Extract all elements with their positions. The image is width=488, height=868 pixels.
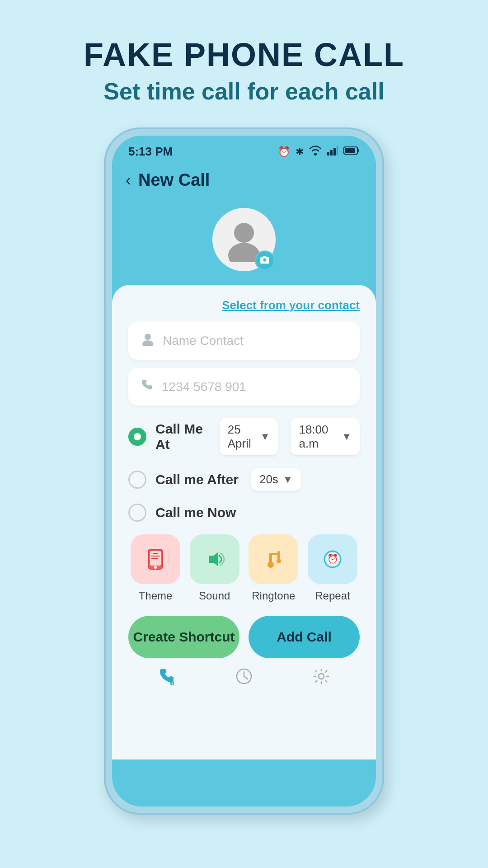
back-button[interactable]: ‹ xyxy=(126,171,131,190)
repeat-icon-box: ⏰ xyxy=(308,534,357,584)
call-me-now-radio[interactable] xyxy=(128,504,146,522)
svg-point-8 xyxy=(263,259,267,262)
svg-rect-5 xyxy=(345,148,355,153)
svg-rect-1 xyxy=(330,150,333,156)
nav-phone-icon[interactable]: + xyxy=(158,667,176,689)
svg-rect-15 xyxy=(151,556,160,557)
top-nav: ‹ New Call xyxy=(112,163,376,199)
date-value: 25 April xyxy=(228,423,256,451)
call-me-at-label: Call Me At xyxy=(155,421,207,452)
svg-marker-17 xyxy=(209,552,218,566)
status-bar: 5:13 PM ⏰ ✱ xyxy=(112,136,376,163)
svg-point-6 xyxy=(234,223,254,243)
svg-point-10 xyxy=(142,340,153,346)
name-placeholder: Name Contact xyxy=(163,334,244,348)
svg-point-31 xyxy=(319,674,324,679)
app-title: FAKE PHONE CALL xyxy=(84,36,404,73)
status-icons: ⏰ ✱ xyxy=(278,146,360,158)
svg-point-9 xyxy=(145,334,151,340)
nav-settings-icon[interactable] xyxy=(312,667,330,689)
theme-icon-box xyxy=(131,534,180,584)
call-me-at-row[interactable]: Call Me At 25 April ▼ 18:00 a.m ▼ xyxy=(128,418,360,455)
bottom-nav: + xyxy=(128,658,360,694)
call-me-now-label: Call me Now xyxy=(155,505,236,520)
date-arrow-icon: ▼ xyxy=(260,431,270,443)
name-input-field[interactable]: Name Contact xyxy=(128,321,360,360)
radio-section: Call Me At 25 April ▼ 18:00 a.m ▼ xyxy=(128,418,360,522)
svg-rect-3 xyxy=(337,146,338,156)
feature-sound[interactable]: Sound xyxy=(188,534,242,602)
add-call-button[interactable]: Add Call xyxy=(249,616,360,658)
repeat-label: Repeat xyxy=(315,590,350,602)
svg-text:+: + xyxy=(171,681,174,685)
call-me-at-radio[interactable] xyxy=(128,428,146,446)
phone-input-icon xyxy=(141,379,154,395)
status-time: 5:13 PM xyxy=(128,145,173,159)
phone-placeholder: 1234 5678 901 xyxy=(162,380,246,394)
svg-line-30 xyxy=(244,676,248,679)
camera-icon xyxy=(260,255,270,266)
svg-rect-16 xyxy=(151,558,158,559)
svg-rect-22 xyxy=(270,553,279,555)
alarm-icon: ⏰ xyxy=(278,146,290,158)
duration-value: 20s xyxy=(259,472,278,486)
svg-rect-2 xyxy=(333,148,336,156)
bluetooth-icon: ✱ xyxy=(296,146,304,158)
header-section: FAKE PHONE CALL Set time call for each c… xyxy=(84,36,404,105)
time-value: 18:00 a.m xyxy=(299,423,337,451)
time-dropdown[interactable]: 18:00 a.m ▼ xyxy=(291,418,360,455)
avatar-area xyxy=(112,199,376,285)
phone-screen: 5:13 PM ⏰ ✱ xyxy=(112,136,376,807)
theme-label: Theme xyxy=(139,590,173,602)
signal-icon xyxy=(327,146,338,158)
date-dropdown[interactable]: 25 April ▼ xyxy=(220,418,278,455)
camera-badge[interactable] xyxy=(255,250,275,270)
person-input-icon xyxy=(141,332,155,349)
page-background: FAKE PHONE CALL Set time call for each c… xyxy=(0,0,488,868)
duration-dropdown[interactable]: 20s ▼ xyxy=(251,468,301,491)
feature-theme[interactable]: Theme xyxy=(128,534,183,602)
svg-rect-14 xyxy=(153,553,158,554)
phone-input-field[interactable]: 1234 5678 901 xyxy=(128,368,360,406)
ringtone-icon-box xyxy=(249,534,298,584)
features-row: Theme Sound xyxy=(128,534,360,602)
sound-label: Sound xyxy=(199,590,230,602)
call-me-after-radio[interactable] xyxy=(128,471,146,489)
feature-repeat[interactable]: ⏰ Repeat xyxy=(305,534,360,602)
svg-rect-21 xyxy=(277,551,280,562)
call-me-now-row[interactable]: Call me Now xyxy=(128,504,360,522)
avatar[interactable] xyxy=(212,208,276,271)
screen-title: New Call xyxy=(138,170,210,190)
app-subtitle: Set time call for each call xyxy=(84,78,404,105)
sound-icon-box xyxy=(190,534,239,584)
battery-icon xyxy=(343,146,360,158)
duration-arrow-icon: ▼ xyxy=(283,474,293,486)
call-me-after-label: Call me After xyxy=(155,472,239,487)
ringtone-label: Ringtone xyxy=(252,590,295,602)
create-shortcut-button[interactable]: Create Shortcut xyxy=(128,616,239,658)
select-contact-link[interactable]: Select from your contact xyxy=(128,298,360,312)
feature-ringtone[interactable]: Ringtone xyxy=(246,534,300,602)
nav-clock-icon[interactable] xyxy=(235,667,253,689)
content-card: Select from your contact Name Contact xyxy=(112,285,376,760)
phone-frame: 5:13 PM ⏰ ✱ xyxy=(104,127,384,815)
call-me-after-row[interactable]: Call me After 20s ▼ xyxy=(128,468,360,491)
bottom-buttons: Create Shortcut Add Call xyxy=(128,616,360,658)
svg-rect-0 xyxy=(327,152,329,156)
wifi-icon xyxy=(309,146,322,158)
time-arrow-icon: ▼ xyxy=(342,431,352,443)
svg-point-13 xyxy=(154,566,157,569)
svg-text:⏰: ⏰ xyxy=(327,553,338,564)
